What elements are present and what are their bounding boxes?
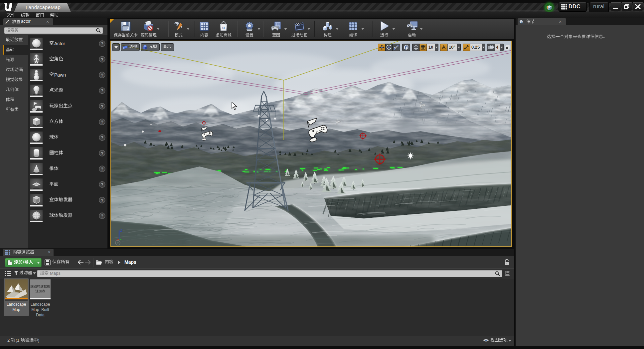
svg-text:?: ? bbox=[101, 73, 103, 78]
svg-text:?: ? bbox=[101, 41, 103, 46]
svg-text:?: ? bbox=[101, 198, 103, 203]
svg-text:?: ? bbox=[101, 151, 103, 156]
svg-text:?: ? bbox=[101, 213, 103, 218]
svg-text:?: ? bbox=[101, 88, 103, 93]
svg-text:u: u bbox=[222, 25, 225, 30]
svg-text:?: ? bbox=[101, 135, 103, 140]
svg-text:Z: Z bbox=[120, 229, 122, 232]
svg-text:?: ? bbox=[101, 120, 103, 125]
svg-text:?: ? bbox=[101, 167, 103, 172]
svg-text:?: ? bbox=[101, 57, 103, 62]
svg-text:?: ? bbox=[101, 182, 103, 187]
svg-text:?: ? bbox=[117, 241, 118, 245]
svg-text:?: ? bbox=[101, 104, 103, 109]
